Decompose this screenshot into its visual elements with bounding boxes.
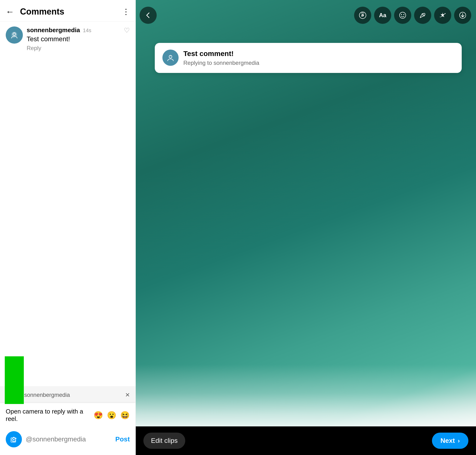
story-bottom-bar: Edit clips Next ›	[136, 426, 476, 455]
svg-text:♪: ♪	[361, 13, 363, 17]
story-editor-panel: ♪ Aa ✎	[136, 0, 476, 455]
comment-row: sonnenbergmedia 14s Test comment! Reply …	[6, 26, 130, 51]
more-options-button[interactable]: ⋮	[122, 7, 130, 16]
comment-time: 14s	[83, 27, 91, 34]
next-label: Next	[441, 437, 455, 445]
text-icon-button[interactable]: Aa	[374, 7, 391, 24]
comment-input-row: Post	[0, 427, 135, 455]
story-back-button[interactable]	[140, 7, 157, 24]
camera-button[interactable]	[6, 431, 22, 447]
wave-white-overlay	[136, 365, 476, 436]
svg-point-6	[13, 439, 15, 440]
comments-header: ← Comments ⋮	[0, 0, 135, 22]
story-card-comment-text: Test comment!	[183, 49, 259, 58]
svg-point-13	[401, 14, 402, 15]
comment-text-input[interactable]	[26, 435, 111, 443]
close-reply-button[interactable]: ×	[125, 390, 130, 399]
emoji-heart-eyes[interactable]: 😍	[94, 411, 103, 420]
page-title: Comments	[20, 7, 122, 17]
story-toolbar: ♪ Aa ✎	[136, 0, 476, 28]
draw-icon-button[interactable]: ✎	[414, 7, 431, 24]
story-card-reply-text: Replying to sonnenbergmedia	[183, 60, 259, 66]
next-chevron-icon: ›	[458, 437, 460, 445]
download-icon-button[interactable]	[454, 7, 471, 24]
comment-username: sonnenbergmedia	[27, 26, 80, 34]
story-waves	[136, 317, 476, 436]
comment-meta: sonnenbergmedia 14s	[27, 26, 120, 34]
like-button[interactable]: ♡	[124, 26, 130, 34]
text-tool-label: Aa	[379, 12, 387, 19]
svg-point-12	[400, 12, 406, 18]
green-arrow-indicator	[5, 356, 24, 405]
music-icon-button[interactable]: ♪	[354, 7, 371, 24]
camera-suggestion-bar: Open camera to reply with a reel. 😍 😮 😆	[0, 403, 135, 427]
svg-point-14	[403, 14, 404, 15]
comment-text: Test comment!	[27, 35, 120, 43]
comments-panel: ← Comments ⋮ sonnenbergmedia 14s Test	[0, 0, 136, 455]
story-card-content: Test comment! Replying to sonnenbergmedi…	[183, 49, 259, 66]
svg-point-17	[440, 17, 441, 17]
svg-point-16	[444, 13, 445, 14]
story-comment-card: Test comment! Replying to sonnenbergmedi…	[155, 43, 462, 73]
back-button[interactable]: ←	[6, 7, 14, 16]
svg-point-7	[16, 438, 17, 439]
reply-button[interactable]: Reply	[27, 45, 120, 51]
post-button[interactable]: Post	[115, 435, 130, 443]
edit-clips-button[interactable]: Edit clips	[143, 433, 185, 449]
next-button[interactable]: Next ›	[432, 433, 468, 449]
emoji-surprised[interactable]: 😮	[107, 411, 116, 420]
effects-icon-button[interactable]	[434, 7, 451, 24]
user-avatar	[6, 26, 23, 44]
svg-marker-2	[5, 387, 24, 404]
svg-text:✎: ✎	[421, 12, 425, 18]
comments-list: sonnenbergmedia 14s Test comment! Reply …	[0, 22, 135, 386]
sticker-icon-button[interactable]	[394, 7, 411, 24]
comment-content: sonnenbergmedia 14s Test comment! Reply	[27, 26, 120, 51]
svg-point-19	[165, 52, 176, 63]
camera-suggestion-text: Open camera to reply with a reel.	[6, 408, 90, 422]
story-card-avatar	[162, 49, 179, 66]
emoji-laughing[interactable]: 😆	[120, 411, 130, 420]
